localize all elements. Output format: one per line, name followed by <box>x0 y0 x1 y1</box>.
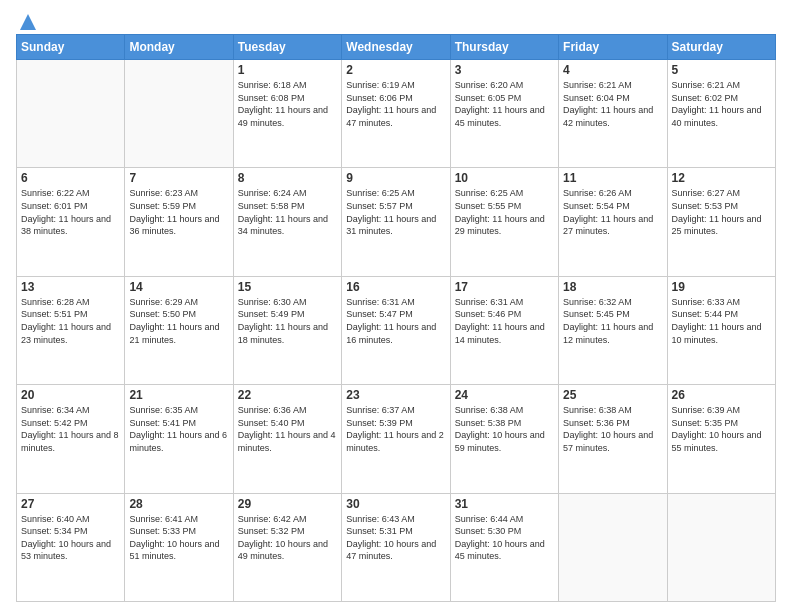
day-number: 27 <box>21 497 120 511</box>
day-info: Sunrise: 6:21 AM Sunset: 6:02 PM Dayligh… <box>672 79 771 129</box>
calendar-cell: 9Sunrise: 6:25 AM Sunset: 5:57 PM Daylig… <box>342 168 450 276</box>
day-info: Sunrise: 6:31 AM Sunset: 5:47 PM Dayligh… <box>346 296 445 346</box>
day-info: Sunrise: 6:29 AM Sunset: 5:50 PM Dayligh… <box>129 296 228 346</box>
header <box>16 12 776 28</box>
calendar-cell: 3Sunrise: 6:20 AM Sunset: 6:05 PM Daylig… <box>450 60 558 168</box>
day-number: 9 <box>346 171 445 185</box>
logo-text <box>16 12 38 32</box>
day-number: 28 <box>129 497 228 511</box>
calendar-cell: 1Sunrise: 6:18 AM Sunset: 6:08 PM Daylig… <box>233 60 341 168</box>
calendar-cell: 23Sunrise: 6:37 AM Sunset: 5:39 PM Dayli… <box>342 385 450 493</box>
weekday-header-thursday: Thursday <box>450 35 558 60</box>
logo <box>16 12 38 28</box>
calendar-cell: 12Sunrise: 6:27 AM Sunset: 5:53 PM Dayli… <box>667 168 775 276</box>
day-number: 26 <box>672 388 771 402</box>
day-info: Sunrise: 6:20 AM Sunset: 6:05 PM Dayligh… <box>455 79 554 129</box>
day-info: Sunrise: 6:41 AM Sunset: 5:33 PM Dayligh… <box>129 513 228 563</box>
day-info: Sunrise: 6:40 AM Sunset: 5:34 PM Dayligh… <box>21 513 120 563</box>
day-number: 13 <box>21 280 120 294</box>
calendar-cell: 27Sunrise: 6:40 AM Sunset: 5:34 PM Dayli… <box>17 493 125 601</box>
week-row-2: 6Sunrise: 6:22 AM Sunset: 6:01 PM Daylig… <box>17 168 776 276</box>
day-number: 16 <box>346 280 445 294</box>
day-number: 23 <box>346 388 445 402</box>
day-number: 24 <box>455 388 554 402</box>
calendar-cell <box>17 60 125 168</box>
calendar-cell: 22Sunrise: 6:36 AM Sunset: 5:40 PM Dayli… <box>233 385 341 493</box>
calendar-cell: 19Sunrise: 6:33 AM Sunset: 5:44 PM Dayli… <box>667 276 775 384</box>
day-number: 25 <box>563 388 662 402</box>
svg-marker-0 <box>20 14 36 30</box>
day-number: 15 <box>238 280 337 294</box>
day-info: Sunrise: 6:38 AM Sunset: 5:38 PM Dayligh… <box>455 404 554 454</box>
calendar-cell: 8Sunrise: 6:24 AM Sunset: 5:58 PM Daylig… <box>233 168 341 276</box>
day-number: 5 <box>672 63 771 77</box>
day-number: 7 <box>129 171 228 185</box>
calendar-cell: 5Sunrise: 6:21 AM Sunset: 6:02 PM Daylig… <box>667 60 775 168</box>
calendar-table: SundayMondayTuesdayWednesdayThursdayFrid… <box>16 34 776 602</box>
day-info: Sunrise: 6:44 AM Sunset: 5:30 PM Dayligh… <box>455 513 554 563</box>
day-number: 1 <box>238 63 337 77</box>
day-info: Sunrise: 6:37 AM Sunset: 5:39 PM Dayligh… <box>346 404 445 454</box>
calendar-cell: 15Sunrise: 6:30 AM Sunset: 5:49 PM Dayli… <box>233 276 341 384</box>
calendar-cell: 30Sunrise: 6:43 AM Sunset: 5:31 PM Dayli… <box>342 493 450 601</box>
day-info: Sunrise: 6:30 AM Sunset: 5:49 PM Dayligh… <box>238 296 337 346</box>
day-info: Sunrise: 6:24 AM Sunset: 5:58 PM Dayligh… <box>238 187 337 237</box>
calendar-cell: 18Sunrise: 6:32 AM Sunset: 5:45 PM Dayli… <box>559 276 667 384</box>
day-info: Sunrise: 6:38 AM Sunset: 5:36 PM Dayligh… <box>563 404 662 454</box>
calendar-cell: 11Sunrise: 6:26 AM Sunset: 5:54 PM Dayli… <box>559 168 667 276</box>
day-info: Sunrise: 6:27 AM Sunset: 5:53 PM Dayligh… <box>672 187 771 237</box>
day-info: Sunrise: 6:42 AM Sunset: 5:32 PM Dayligh… <box>238 513 337 563</box>
day-number: 21 <box>129 388 228 402</box>
calendar-cell <box>125 60 233 168</box>
day-info: Sunrise: 6:43 AM Sunset: 5:31 PM Dayligh… <box>346 513 445 563</box>
day-info: Sunrise: 6:34 AM Sunset: 5:42 PM Dayligh… <box>21 404 120 454</box>
calendar-cell: 14Sunrise: 6:29 AM Sunset: 5:50 PM Dayli… <box>125 276 233 384</box>
day-number: 17 <box>455 280 554 294</box>
day-info: Sunrise: 6:22 AM Sunset: 6:01 PM Dayligh… <box>21 187 120 237</box>
calendar-cell <box>667 493 775 601</box>
day-info: Sunrise: 6:39 AM Sunset: 5:35 PM Dayligh… <box>672 404 771 454</box>
day-number: 6 <box>21 171 120 185</box>
day-info: Sunrise: 6:25 AM Sunset: 5:57 PM Dayligh… <box>346 187 445 237</box>
day-number: 14 <box>129 280 228 294</box>
weekday-header-friday: Friday <box>559 35 667 60</box>
day-info: Sunrise: 6:32 AM Sunset: 5:45 PM Dayligh… <box>563 296 662 346</box>
day-number: 29 <box>238 497 337 511</box>
logo-icon <box>18 12 38 32</box>
calendar-cell: 26Sunrise: 6:39 AM Sunset: 5:35 PM Dayli… <box>667 385 775 493</box>
day-number: 30 <box>346 497 445 511</box>
day-number: 12 <box>672 171 771 185</box>
calendar-cell: 10Sunrise: 6:25 AM Sunset: 5:55 PM Dayli… <box>450 168 558 276</box>
day-number: 8 <box>238 171 337 185</box>
weekday-header-monday: Monday <box>125 35 233 60</box>
calendar-cell: 28Sunrise: 6:41 AM Sunset: 5:33 PM Dayli… <box>125 493 233 601</box>
day-number: 20 <box>21 388 120 402</box>
day-info: Sunrise: 6:19 AM Sunset: 6:06 PM Dayligh… <box>346 79 445 129</box>
weekday-header-sunday: Sunday <box>17 35 125 60</box>
day-info: Sunrise: 6:21 AM Sunset: 6:04 PM Dayligh… <box>563 79 662 129</box>
day-info: Sunrise: 6:25 AM Sunset: 5:55 PM Dayligh… <box>455 187 554 237</box>
day-number: 3 <box>455 63 554 77</box>
day-number: 2 <box>346 63 445 77</box>
day-info: Sunrise: 6:33 AM Sunset: 5:44 PM Dayligh… <box>672 296 771 346</box>
weekday-header-row: SundayMondayTuesdayWednesdayThursdayFrid… <box>17 35 776 60</box>
day-info: Sunrise: 6:28 AM Sunset: 5:51 PM Dayligh… <box>21 296 120 346</box>
calendar-cell: 4Sunrise: 6:21 AM Sunset: 6:04 PM Daylig… <box>559 60 667 168</box>
day-info: Sunrise: 6:31 AM Sunset: 5:46 PM Dayligh… <box>455 296 554 346</box>
day-number: 19 <box>672 280 771 294</box>
week-row-4: 20Sunrise: 6:34 AM Sunset: 5:42 PM Dayli… <box>17 385 776 493</box>
week-row-5: 27Sunrise: 6:40 AM Sunset: 5:34 PM Dayli… <box>17 493 776 601</box>
day-number: 10 <box>455 171 554 185</box>
week-row-3: 13Sunrise: 6:28 AM Sunset: 5:51 PM Dayli… <box>17 276 776 384</box>
day-info: Sunrise: 6:26 AM Sunset: 5:54 PM Dayligh… <box>563 187 662 237</box>
calendar-cell: 6Sunrise: 6:22 AM Sunset: 6:01 PM Daylig… <box>17 168 125 276</box>
day-number: 11 <box>563 171 662 185</box>
day-number: 4 <box>563 63 662 77</box>
calendar-cell <box>559 493 667 601</box>
day-number: 22 <box>238 388 337 402</box>
weekday-header-saturday: Saturday <box>667 35 775 60</box>
day-info: Sunrise: 6:35 AM Sunset: 5:41 PM Dayligh… <box>129 404 228 454</box>
calendar-cell: 31Sunrise: 6:44 AM Sunset: 5:30 PM Dayli… <box>450 493 558 601</box>
calendar-cell: 24Sunrise: 6:38 AM Sunset: 5:38 PM Dayli… <box>450 385 558 493</box>
day-info: Sunrise: 6:36 AM Sunset: 5:40 PM Dayligh… <box>238 404 337 454</box>
